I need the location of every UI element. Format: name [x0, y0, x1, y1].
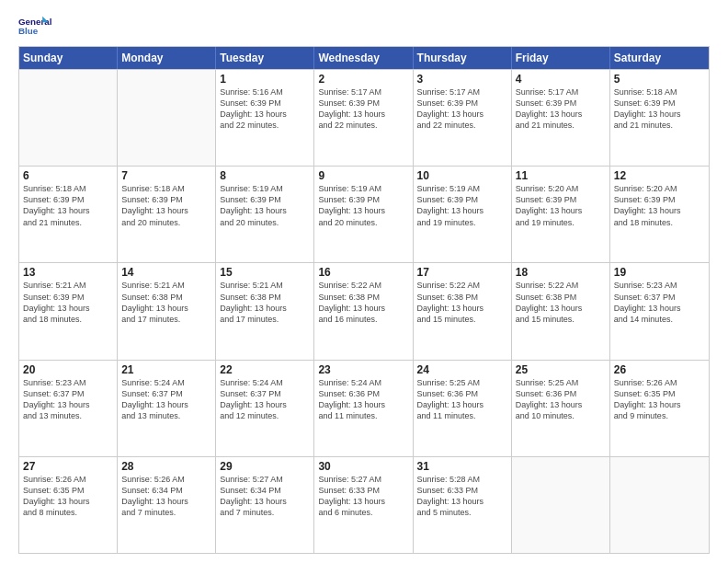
day-cell-23: 23Sunrise: 5:24 AM Sunset: 6:36 PM Dayli… — [314, 361, 413, 456]
calendar: SundayMondayTuesdayWednesdayThursdayFrid… — [18, 46, 710, 554]
day-cell-2: 2Sunrise: 5:17 AM Sunset: 6:39 PM Daylig… — [314, 70, 413, 166]
day-info: Sunrise: 5:19 AM Sunset: 6:39 PM Dayligh… — [417, 183, 507, 228]
day-number: 1 — [220, 73, 310, 86]
day-number: 24 — [417, 363, 507, 376]
header-cell-saturday: Saturday — [610, 47, 709, 69]
day-info: Sunrise: 5:20 AM Sunset: 6:39 PM Dayligh… — [614, 183, 705, 228]
day-number: 6 — [23, 169, 113, 182]
day-cell-17: 17Sunrise: 5:22 AM Sunset: 6:38 PM Dayli… — [414, 263, 512, 359]
calendar-row-4: 20Sunrise: 5:23 AM Sunset: 6:37 PM Dayli… — [19, 360, 709, 456]
day-cell-31: 31Sunrise: 5:28 AM Sunset: 6:33 PM Dayli… — [414, 457, 512, 553]
day-info: Sunrise: 5:17 AM Sunset: 6:39 PM Dayligh… — [318, 86, 408, 132]
day-cell-1: 1Sunrise: 5:16 AM Sunset: 6:39 PM Daylig… — [216, 70, 314, 166]
calendar-header: SundayMondayTuesdayWednesdayThursdayFrid… — [19, 47, 709, 69]
day-cell-9: 9Sunrise: 5:19 AM Sunset: 6:39 PM Daylig… — [314, 167, 413, 262]
day-cell-21: 21Sunrise: 5:24 AM Sunset: 6:37 PM Dayli… — [118, 361, 216, 456]
header-cell-friday: Friday — [512, 47, 610, 69]
day-info: Sunrise: 5:18 AM Sunset: 6:39 PM Dayligh… — [614, 86, 705, 132]
day-cell-8: 8Sunrise: 5:19 AM Sunset: 6:39 PM Daylig… — [216, 167, 314, 262]
day-info: Sunrise: 5:23 AM Sunset: 6:37 PM Dayligh… — [23, 377, 113, 422]
day-number: 10 — [417, 169, 507, 182]
day-number: 26 — [614, 363, 705, 376]
day-info: Sunrise: 5:21 AM Sunset: 6:38 PM Dayligh… — [220, 280, 310, 325]
day-info: Sunrise: 5:26 AM Sunset: 6:35 PM Dayligh… — [614, 377, 705, 422]
day-number: 14 — [121, 266, 211, 279]
day-number: 13 — [23, 266, 113, 279]
day-number: 19 — [614, 266, 705, 279]
day-cell-29: 29Sunrise: 5:27 AM Sunset: 6:34 PM Dayli… — [216, 457, 314, 553]
day-info: Sunrise: 5:16 AM Sunset: 6:39 PM Dayligh… — [220, 86, 310, 132]
day-number: 23 — [318, 363, 408, 376]
day-number: 11 — [516, 169, 606, 182]
day-number: 18 — [516, 266, 606, 279]
day-number: 4 — [516, 73, 606, 86]
day-cell-12: 12Sunrise: 5:20 AM Sunset: 6:39 PM Dayli… — [610, 167, 709, 262]
empty-cell — [610, 457, 709, 553]
day-info: Sunrise: 5:20 AM Sunset: 6:39 PM Dayligh… — [516, 183, 606, 228]
day-info: Sunrise: 5:24 AM Sunset: 6:37 PM Dayligh… — [220, 377, 310, 422]
day-info: Sunrise: 5:17 AM Sunset: 6:39 PM Dayligh… — [516, 86, 606, 132]
day-cell-14: 14Sunrise: 5:21 AM Sunset: 6:38 PM Dayli… — [118, 263, 216, 359]
empty-cell — [118, 70, 216, 166]
day-cell-11: 11Sunrise: 5:20 AM Sunset: 6:39 PM Dayli… — [512, 167, 610, 262]
day-info: Sunrise: 5:26 AM Sunset: 6:35 PM Dayligh… — [23, 474, 113, 519]
day-number: 22 — [220, 363, 310, 376]
day-cell-13: 13Sunrise: 5:21 AM Sunset: 6:39 PM Dayli… — [19, 263, 118, 359]
day-info: Sunrise: 5:25 AM Sunset: 6:36 PM Dayligh… — [516, 377, 606, 422]
day-info: Sunrise: 5:18 AM Sunset: 6:39 PM Dayligh… — [121, 183, 211, 228]
day-info: Sunrise: 5:24 AM Sunset: 6:36 PM Dayligh… — [318, 377, 408, 422]
header-cell-sunday: Sunday — [19, 47, 118, 69]
day-info: Sunrise: 5:27 AM Sunset: 6:33 PM Dayligh… — [318, 474, 408, 519]
day-cell-28: 28Sunrise: 5:26 AM Sunset: 6:34 PM Dayli… — [118, 457, 216, 553]
day-cell-5: 5Sunrise: 5:18 AM Sunset: 6:39 PM Daylig… — [610, 70, 709, 166]
day-info: Sunrise: 5:25 AM Sunset: 6:36 PM Dayligh… — [417, 377, 507, 422]
calendar-row-1: 1Sunrise: 5:16 AM Sunset: 6:39 PM Daylig… — [19, 69, 709, 166]
day-number: 25 — [516, 363, 606, 376]
day-number: 9 — [318, 169, 408, 182]
day-cell-24: 24Sunrise: 5:25 AM Sunset: 6:36 PM Dayli… — [414, 361, 512, 456]
day-cell-19: 19Sunrise: 5:23 AM Sunset: 6:37 PM Dayli… — [610, 263, 709, 359]
day-number: 3 — [417, 73, 507, 86]
day-cell-22: 22Sunrise: 5:24 AM Sunset: 6:37 PM Dayli… — [216, 361, 314, 456]
logo: GeneralBlue — [18, 15, 51, 40]
day-number: 21 — [121, 363, 211, 376]
day-info: Sunrise: 5:24 AM Sunset: 6:37 PM Dayligh… — [121, 377, 211, 422]
header: GeneralBlue — [18, 15, 710, 40]
day-info: Sunrise: 5:22 AM Sunset: 6:38 PM Dayligh… — [417, 280, 507, 325]
day-info: Sunrise: 5:27 AM Sunset: 6:34 PM Dayligh… — [220, 474, 310, 519]
day-number: 8 — [220, 169, 310, 182]
day-number: 27 — [23, 460, 113, 473]
day-number: 15 — [220, 266, 310, 279]
page: GeneralBlue SundayMondayTuesdayWednesday… — [0, 0, 728, 563]
day-number: 31 — [417, 460, 507, 473]
day-info: Sunrise: 5:19 AM Sunset: 6:39 PM Dayligh… — [220, 183, 310, 228]
day-number: 28 — [121, 460, 211, 473]
logo-icon: GeneralBlue — [18, 15, 51, 40]
day-cell-30: 30Sunrise: 5:27 AM Sunset: 6:33 PM Dayli… — [314, 457, 413, 553]
calendar-row-3: 13Sunrise: 5:21 AM Sunset: 6:39 PM Dayli… — [19, 262, 709, 359]
empty-cell — [19, 70, 118, 166]
day-cell-4: 4Sunrise: 5:17 AM Sunset: 6:39 PM Daylig… — [512, 70, 610, 166]
day-info: Sunrise: 5:26 AM Sunset: 6:34 PM Dayligh… — [121, 474, 211, 519]
header-cell-thursday: Thursday — [414, 47, 512, 69]
day-info: Sunrise: 5:22 AM Sunset: 6:38 PM Dayligh… — [516, 280, 606, 325]
day-number: 17 — [417, 266, 507, 279]
day-number: 16 — [318, 266, 408, 279]
calendar-body: 1Sunrise: 5:16 AM Sunset: 6:39 PM Daylig… — [19, 69, 709, 553]
day-number: 20 — [23, 363, 113, 376]
svg-text:Blue: Blue — [18, 26, 39, 36]
calendar-row-2: 6Sunrise: 5:18 AM Sunset: 6:39 PM Daylig… — [19, 166, 709, 262]
header-cell-wednesday: Wednesday — [314, 47, 413, 69]
day-cell-6: 6Sunrise: 5:18 AM Sunset: 6:39 PM Daylig… — [19, 167, 118, 262]
calendar-row-5: 27Sunrise: 5:26 AM Sunset: 6:35 PM Dayli… — [19, 456, 709, 553]
day-cell-10: 10Sunrise: 5:19 AM Sunset: 6:39 PM Dayli… — [414, 167, 512, 262]
day-number: 29 — [220, 460, 310, 473]
header-cell-tuesday: Tuesday — [216, 47, 314, 69]
day-number: 2 — [318, 73, 408, 86]
day-info: Sunrise: 5:19 AM Sunset: 6:39 PM Dayligh… — [318, 183, 408, 228]
day-cell-16: 16Sunrise: 5:22 AM Sunset: 6:38 PM Dayli… — [314, 263, 413, 359]
day-info: Sunrise: 5:28 AM Sunset: 6:33 PM Dayligh… — [417, 474, 507, 519]
day-number: 7 — [121, 169, 211, 182]
day-cell-15: 15Sunrise: 5:21 AM Sunset: 6:38 PM Dayli… — [216, 263, 314, 359]
day-number: 30 — [318, 460, 408, 473]
